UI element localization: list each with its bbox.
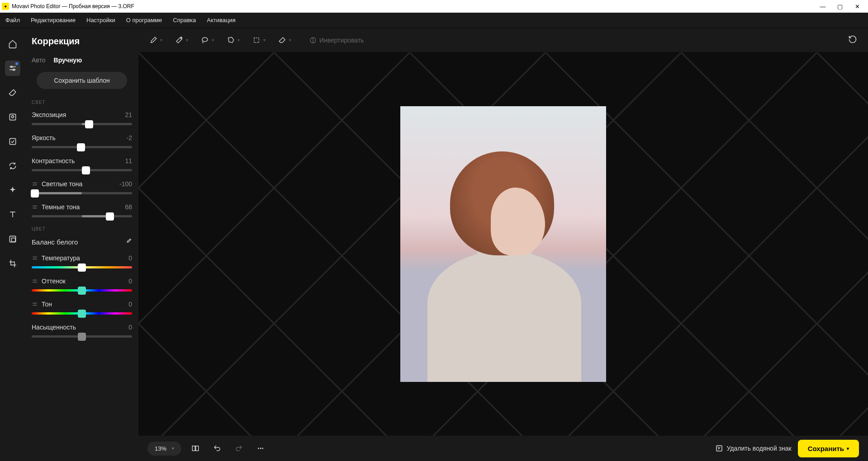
slider-tone: Тон0: [32, 301, 132, 315]
minimize-button[interactable]: —: [818, 4, 827, 9]
adjust-mini-icon: [32, 181, 38, 187]
svg-point-24: [258, 448, 259, 449]
slider-track[interactable]: [32, 215, 132, 217]
slider-tint: Оттенок0: [32, 278, 132, 292]
slider-label: Экспозиция: [32, 111, 66, 118]
slider-shadows: Темные тона68: [32, 203, 132, 217]
face-retouch-icon[interactable]: [5, 109, 20, 125]
maximize-button[interactable]: ▢: [835, 4, 844, 9]
window-title: Movavi Photo Editor — Пробная версия — 3…: [12, 3, 818, 9]
close-button[interactable]: ✕: [853, 4, 862, 9]
panel-title: Коррекция: [32, 36, 132, 47]
save-template-button[interactable]: Сохранить шаблон: [37, 72, 127, 89]
selection-toolbar: ▾ ▾ ▾ ▾ ▾ ▾ Инвертировать: [138, 28, 868, 52]
adjust-mini-icon: [32, 278, 38, 284]
menu-file[interactable]: Файл: [5, 17, 20, 24]
chevron-down-icon: ▾: [263, 38, 266, 42]
undo-icon[interactable]: [209, 441, 225, 456]
svg-point-3: [13, 69, 14, 71]
slider-value: 0: [128, 254, 132, 262]
adjust-mini-icon: [32, 301, 38, 307]
slider-value: 21: [125, 111, 132, 118]
slider-track[interactable]: [32, 146, 132, 148]
slider-track[interactable]: [32, 123, 132, 125]
slider-temperature: Температура0: [32, 254, 132, 268]
eraser-selection-tool[interactable]: ▾: [278, 36, 291, 44]
save-button[interactable]: Сохранить▾: [798, 440, 859, 457]
slider-highlights: Светлые тона-100: [32, 180, 132, 194]
adjust-icon[interactable]: [5, 61, 20, 76]
resize-icon[interactable]: [5, 231, 20, 247]
slider-saturation: Насыщенность0: [32, 324, 132, 338]
tab-manual[interactable]: Вручную: [54, 56, 82, 64]
menu-edit[interactable]: Редактирование: [31, 17, 76, 24]
menu-bar: Файл Редактирование Настройки О программ…: [0, 13, 868, 28]
compare-icon[interactable]: [188, 441, 203, 456]
zoom-control[interactable]: 13%▾: [147, 442, 181, 456]
correction-panel: Коррекция Авто Вручную Сохранить шаблон …: [25, 28, 138, 461]
bottom-toolbar: 13%▾ Удалить водяной знак Сохранить▾: [138, 436, 868, 461]
slider-label: Насыщенность: [32, 324, 76, 331]
image-viewport[interactable]: [138, 52, 868, 436]
remove-watermark-button[interactable]: Удалить водяной знак: [715, 444, 792, 452]
tool-rail: [0, 28, 25, 461]
tab-auto[interactable]: Авто: [32, 56, 46, 64]
svg-rect-7: [9, 236, 15, 242]
menu-help[interactable]: Справка: [173, 17, 196, 24]
svg-rect-8: [12, 238, 15, 242]
svg-rect-22: [192, 446, 195, 451]
app-icon: [2, 3, 9, 10]
reset-icon[interactable]: [848, 35, 857, 46]
redo-icon[interactable]: [231, 441, 247, 456]
svg-rect-23: [196, 446, 199, 451]
invert-button[interactable]: Инвертировать: [309, 37, 364, 44]
slider-label: Яркость: [32, 134, 56, 141]
menu-about[interactable]: О программе: [126, 17, 162, 24]
section-light-label: СВЕТ: [32, 100, 132, 105]
svg-rect-6: [9, 138, 15, 144]
slider-value: 0: [128, 278, 132, 285]
slider-brightness: Яркость-2: [32, 134, 132, 148]
wb-label: Баланс белого: [32, 238, 78, 246]
sync-icon[interactable]: [5, 158, 20, 174]
slider-track[interactable]: [32, 312, 132, 315]
marquee-tool[interactable]: ▾: [252, 36, 266, 44]
slider-track[interactable]: [32, 192, 132, 194]
slider-track[interactable]: [32, 266, 132, 268]
svg-point-26: [262, 448, 263, 449]
chevron-down-icon: ▾: [212, 38, 214, 42]
eraser-icon[interactable]: [5, 85, 20, 100]
section-color-label: ЦВЕТ: [32, 226, 132, 231]
lasso-tool[interactable]: ▾: [201, 36, 214, 44]
slider-label: Оттенок: [32, 278, 66, 285]
slider-track[interactable]: [32, 335, 132, 338]
adjust-mini-icon: [32, 204, 38, 210]
crop-icon[interactable]: [5, 256, 20, 271]
menu-settings[interactable]: Настройки: [86, 17, 115, 24]
slider-contrast: Контрастность11: [32, 157, 132, 171]
svg-point-2: [11, 66, 12, 67]
magic-wand-tool[interactable]: ▾: [175, 36, 188, 44]
eyedropper-icon[interactable]: [125, 238, 132, 246]
svg-rect-4: [9, 114, 15, 120]
more-icon[interactable]: [253, 441, 268, 456]
slider-value: -100: [119, 180, 132, 188]
slider-exposure: Экспозиция21: [32, 111, 132, 125]
slider-value: 11: [125, 157, 132, 165]
slider-label: Темные тона: [32, 203, 80, 211]
sparkle-icon[interactable]: [5, 183, 20, 198]
svg-point-19: [202, 38, 208, 42]
effects-icon[interactable]: [5, 134, 20, 149]
home-icon[interactable]: [5, 36, 20, 52]
chevron-down-icon: ▾: [237, 38, 240, 42]
menu-activation[interactable]: Активация: [207, 17, 235, 24]
slider-track[interactable]: [32, 289, 132, 292]
title-bar: Movavi Photo Editor — Пробная версия — 3…: [0, 0, 868, 13]
text-icon[interactable]: [5, 207, 20, 222]
poly-lasso-tool[interactable]: ▾: [227, 36, 240, 44]
chevron-down-icon: ▾: [289, 38, 291, 42]
brush-tool[interactable]: ▾: [149, 36, 162, 44]
svg-rect-20: [254, 38, 259, 42]
chevron-down-icon: ▾: [847, 446, 849, 451]
slider-track[interactable]: [32, 169, 132, 171]
